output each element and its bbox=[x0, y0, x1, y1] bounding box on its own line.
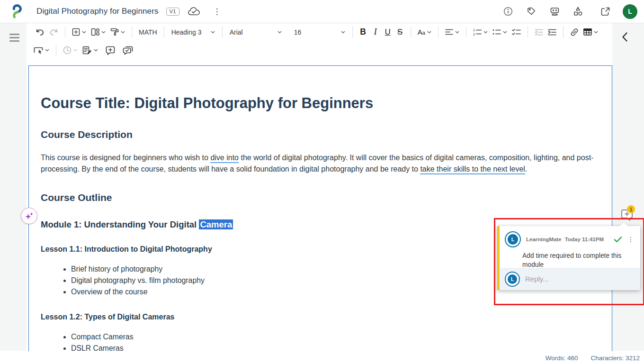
selection-tool-dropdown[interactable] bbox=[31, 43, 52, 57]
doc-outline-heading: Course Outline bbox=[41, 191, 599, 203]
app-logo-icon bbox=[10, 4, 23, 19]
version-badge: V1 bbox=[166, 8, 179, 16]
math-button[interactable]: MATH bbox=[136, 25, 160, 39]
status-bar: Words: 460 Characters: 3212 bbox=[546, 355, 640, 362]
comment-timestamp: Today 11:41PM bbox=[565, 237, 604, 242]
tag-icon[interactable] bbox=[525, 5, 537, 18]
comment-text: Add time required to complete this modul… bbox=[522, 251, 635, 269]
editor-toolbar: MATH Heading 3 Arial 16 B I U S Aa bbox=[27, 23, 612, 61]
character-count: Characters: 3212 bbox=[590, 355, 640, 362]
underline-button[interactable]: U bbox=[382, 27, 394, 36]
toolbar-row-2 bbox=[27, 41, 612, 61]
app-header: Digital Photography for Beginners V1 ⋮ bbox=[0, 0, 644, 23]
lesson12-list: Compact Cameras DSLR Cameras Mirrorless … bbox=[41, 331, 599, 351]
comment-author-avatar: L bbox=[505, 231, 521, 247]
editor-canvas[interactable]: Course Title: Digital Photography for Be… bbox=[28, 65, 612, 351]
toolbar-row-1: MATH Heading 3 Arial 16 B I U S Aa bbox=[27, 23, 612, 41]
doc-description-paragraph: This course is designed for beginners wh… bbox=[41, 152, 594, 175]
left-gutter bbox=[0, 23, 27, 351]
share-icon[interactable] bbox=[599, 5, 611, 18]
indent-icon[interactable] bbox=[546, 25, 559, 39]
ai-sparkle-button[interactable] bbox=[21, 208, 37, 224]
align-dropdown[interactable] bbox=[443, 25, 462, 39]
ordered-list-dropdown[interactable]: 1 2 bbox=[471, 25, 490, 39]
reply-placeholder: Reply... bbox=[525, 275, 549, 283]
document-content: Course Title: Digital Photography for Be… bbox=[29, 66, 612, 351]
insert-block-icon[interactable] bbox=[70, 25, 89, 39]
comment-card: L LearningMate Today 11:41PM ⋮ Add time … bbox=[497, 226, 640, 290]
comment-header: L LearningMate Today 11:41PM ⋮ bbox=[500, 226, 640, 247]
cloud-saved-icon[interactable] bbox=[188, 7, 200, 16]
user-avatar[interactable]: L bbox=[623, 4, 637, 19]
list-item: Compact Cameras bbox=[71, 331, 599, 343]
paragraph-style-dropdown[interactable]: Heading 3 bbox=[169, 25, 218, 39]
module1-text: Module 1: Understanding Your Digital bbox=[41, 219, 199, 229]
document-title: Digital Photography for Beginners bbox=[36, 7, 159, 16]
link-icon[interactable] bbox=[568, 25, 581, 39]
paragraph-text: . bbox=[525, 165, 527, 173]
comment-count-badge: 1 bbox=[627, 205, 635, 213]
comments-list-icon[interactable] bbox=[120, 43, 135, 57]
paragraph-text: This course is designed for beginners wh… bbox=[41, 154, 210, 162]
info-icon[interactable] bbox=[502, 5, 514, 18]
font-family-dropdown[interactable]: Arial bbox=[227, 25, 285, 39]
checklist-icon[interactable] bbox=[510, 25, 523, 39]
bold-button[interactable]: B bbox=[357, 27, 369, 37]
doc-description-heading: Course Description bbox=[41, 128, 599, 140]
suggestion-underline-1: dive into bbox=[210, 154, 239, 163]
sparkle-icon bbox=[25, 211, 34, 221]
layout-template-icon[interactable] bbox=[89, 25, 108, 39]
table-dropdown[interactable] bbox=[581, 25, 600, 39]
font-size-dropdown[interactable]: 16 bbox=[291, 25, 348, 39]
text-case-dropdown[interactable]: Aa bbox=[415, 25, 434, 39]
add-comment-icon[interactable] bbox=[103, 43, 117, 57]
collapse-panel-chevron-icon[interactable] bbox=[621, 32, 628, 42]
header-kebab-menu-icon[interactable]: ⋮ bbox=[210, 7, 224, 17]
word-count: Words: 460 bbox=[546, 355, 578, 362]
bot-card-icon[interactable] bbox=[548, 5, 561, 18]
list-item: DSLR Cameras bbox=[71, 343, 599, 351]
svg-text:2: 2 bbox=[473, 32, 475, 36]
comment-kebab-menu-icon[interactable]: ⋮ bbox=[626, 236, 635, 243]
comment-reply-field[interactable]: L Reply... bbox=[500, 268, 640, 290]
suggestion-underline-2: take their skills to the next level bbox=[420, 165, 525, 174]
outdent-icon[interactable] bbox=[532, 25, 546, 39]
strikethrough-button[interactable]: S bbox=[394, 27, 406, 36]
comment-author-name: LearningMate bbox=[526, 237, 562, 242]
shapes-icon[interactable] bbox=[572, 5, 584, 18]
notes-edit-dropdown[interactable] bbox=[80, 43, 100, 57]
reply-avatar: L bbox=[505, 272, 520, 287]
redo-icon[interactable] bbox=[47, 25, 61, 39]
doc-course-title: Course Title: Digital Photography for Be… bbox=[41, 94, 599, 112]
history-icon[interactable] bbox=[61, 43, 80, 57]
doc-lesson12-heading: Lesson 1.2: Types of Digital Cameras bbox=[41, 312, 599, 321]
resolve-check-icon[interactable] bbox=[614, 236, 622, 243]
italic-button[interactable]: I bbox=[369, 27, 382, 37]
format-painter-icon[interactable] bbox=[108, 25, 127, 39]
bullet-list-dropdown[interactable] bbox=[490, 25, 510, 39]
outline-menu-icon[interactable] bbox=[9, 34, 19, 42]
undo-icon[interactable] bbox=[33, 25, 47, 39]
selected-text-highlight: Camera bbox=[199, 219, 233, 229]
